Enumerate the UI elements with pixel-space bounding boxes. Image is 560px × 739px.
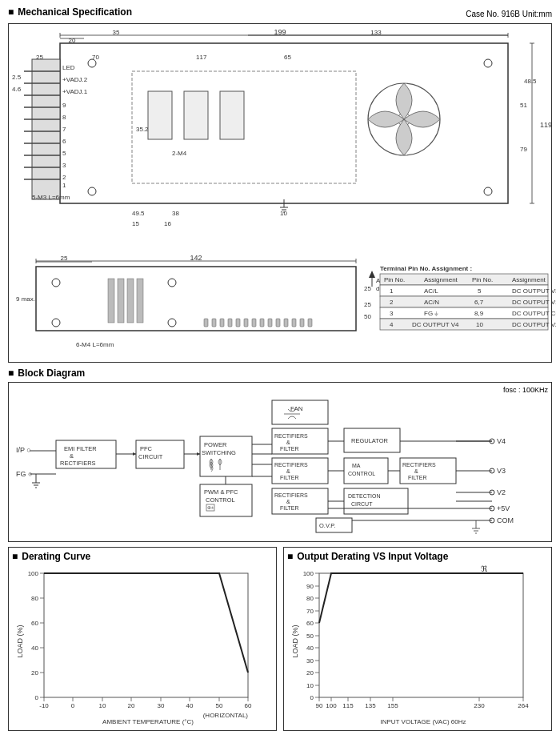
top-view-svg: LED +VADJ.2 +VADJ.1 9 8 7 6 5 3 2 1 199 — [12, 27, 556, 251]
svg-rect-96 — [308, 319, 312, 327]
svg-text:30: 30 — [306, 657, 314, 665]
svg-text:DC OUTPUT V1: DC OUTPUT V1 — [512, 299, 556, 306]
svg-text:25: 25 — [61, 255, 68, 262]
svg-text:AC/N: AC/N — [424, 299, 439, 306]
svg-text:100: 100 — [303, 570, 314, 577]
output-derating-box: Output Derating VS Input Voltage LOAD (%… — [283, 547, 552, 731]
svg-text:49.5: 49.5 — [132, 210, 145, 217]
output-derating-title: Output Derating VS Input Voltage — [287, 551, 548, 562]
svg-rect-85 — [220, 319, 224, 327]
svg-rect-94 — [292, 319, 296, 327]
svg-text:&: & — [414, 468, 418, 474]
svg-text:CIRCUIT: CIRCUIT — [138, 453, 163, 460]
svg-text:90: 90 — [316, 702, 323, 709]
svg-rect-83 — [204, 319, 208, 327]
svg-rect-92 — [276, 319, 280, 327]
svg-text:4: 4 — [390, 321, 394, 328]
svg-text:9: 9 — [62, 102, 66, 109]
svg-text:INPUT VOLTAGE (VAC) 60Hz: INPUT VOLTAGE (VAC) 60Hz — [381, 718, 466, 725]
svg-text:16: 16 — [164, 220, 171, 227]
svg-text:RECTIFIERS: RECTIFIERS — [274, 433, 308, 439]
svg-text:RECTIFIERS: RECTIFIERS — [60, 460, 96, 467]
svg-text:⊕±: ⊕± — [207, 505, 214, 510]
svg-text:4.6: 4.6 — [12, 86, 22, 93]
svg-text:+VADJ.1: +VADJ.1 — [62, 88, 88, 95]
svg-text:50: 50 — [216, 702, 223, 709]
svg-text:100: 100 — [28, 570, 39, 577]
svg-text:40: 40 — [31, 645, 38, 652]
svg-text:DC OUTPUT V2: DC OUTPUT V2 — [512, 321, 556, 328]
svg-rect-93 — [284, 319, 288, 327]
svg-rect-219 — [44, 573, 248, 697]
curves-section: Derating Curve LOAD (%) 100 80 60 40 — [8, 547, 552, 731]
svg-text:PWM & PFC: PWM & PFC — [204, 488, 238, 496]
svg-text:ℜ: ℜ — [481, 565, 488, 573]
svg-text:70: 70 — [306, 608, 314, 615]
svg-text:8: 8 — [62, 114, 66, 121]
svg-rect-81 — [127, 279, 134, 323]
svg-text:DC OUTPUT V4: DC OUTPUT V4 — [412, 321, 459, 328]
svg-text:2: 2 — [62, 174, 66, 181]
svg-text:FG ⏚: FG ⏚ — [424, 310, 438, 317]
svg-text:5: 5 — [62, 150, 66, 157]
svg-text:199: 199 — [274, 28, 286, 36]
svg-text:6-M4 L=6mm: 6-M4 L=6mm — [76, 341, 114, 348]
svg-marker-144 — [133, 452, 136, 456]
svg-text:&: & — [70, 452, 74, 460]
svg-rect-82 — [137, 279, 143, 323]
svg-text:20: 20 — [306, 669, 314, 677]
svg-text:115: 115 — [342, 702, 354, 709]
svg-text:80: 80 — [31, 595, 38, 602]
svg-text:25: 25 — [364, 285, 371, 292]
svg-marker-149 — [197, 452, 200, 456]
svg-text:70: 70 — [92, 54, 99, 61]
svg-text:230: 230 — [474, 702, 485, 709]
svg-text:+VADJ.2: +VADJ.2 — [62, 76, 88, 83]
svg-text:+5V: +5V — [497, 504, 510, 512]
svg-rect-88 — [244, 319, 248, 327]
svg-text:8,9: 8,9 — [474, 310, 484, 317]
svg-text:RECTIFIERS: RECTIFIERS — [274, 462, 308, 468]
output-derating-svg: LOAD (%) 100 90 80 70 60 50 40 — [287, 565, 535, 725]
svg-text:Pin No.: Pin No. — [472, 276, 493, 283]
svg-text:10: 10 — [476, 321, 483, 328]
svg-text:25: 25 — [36, 54, 43, 61]
svg-text:Assignment: Assignment — [424, 276, 458, 283]
svg-text:50: 50 — [306, 633, 314, 640]
svg-text:2.5: 2.5 — [12, 74, 22, 81]
svg-text:60: 60 — [245, 702, 252, 709]
svg-text:38: 38 — [172, 210, 179, 217]
svg-text:40: 40 — [306, 645, 314, 652]
svg-text:V2: V2 — [497, 488, 506, 496]
svg-text:30: 30 — [158, 702, 165, 709]
svg-text:5-M3 L=6mm: 5-M3 L=6mm — [32, 194, 70, 201]
svg-rect-0 — [60, 43, 508, 203]
derating-curve-label: Derating Curve — [22, 551, 90, 562]
svg-point-4 — [484, 187, 492, 195]
svg-rect-87 — [236, 319, 240, 327]
svg-text:DETECTION: DETECTION — [348, 493, 380, 499]
svg-text:RECTIFIERS: RECTIFIERS — [274, 492, 308, 498]
svg-text:LED: LED — [62, 64, 75, 71]
mech-spec-header: Mechanical Specification — [8, 6, 132, 18]
svg-text:50: 50 — [364, 313, 371, 320]
block-diagram-title: Block Diagram — [18, 367, 85, 379]
block-diagram-area: fosc : 100KHz I/P ○ FG ○ EMI FILTER & RE… — [8, 382, 552, 542]
svg-rect-79 — [108, 279, 114, 323]
svg-text:20: 20 — [69, 37, 76, 44]
derating-curve-box: Derating Curve LOAD (%) 100 80 60 40 — [8, 547, 277, 731]
svg-text:EMI FILTER: EMI FILTER — [64, 445, 97, 452]
svg-text:3: 3 — [62, 162, 66, 169]
svg-rect-89 — [252, 319, 256, 327]
svg-rect-90 — [260, 319, 264, 327]
svg-point-2 — [484, 59, 492, 67]
svg-point-78 — [168, 319, 176, 327]
svg-text:1: 1 — [390, 287, 394, 295]
svg-rect-165 — [272, 400, 328, 424]
svg-text:135: 135 — [365, 702, 376, 709]
svg-point-76 — [168, 279, 176, 287]
output-derating-label: Output Derating VS Input Voltage — [297, 551, 448, 562]
svg-text:3: 3 — [390, 310, 394, 317]
derating-chart-svg: LOAD (%) 100 80 60 40 20 0 — [12, 565, 260, 725]
svg-rect-10 — [220, 91, 244, 139]
